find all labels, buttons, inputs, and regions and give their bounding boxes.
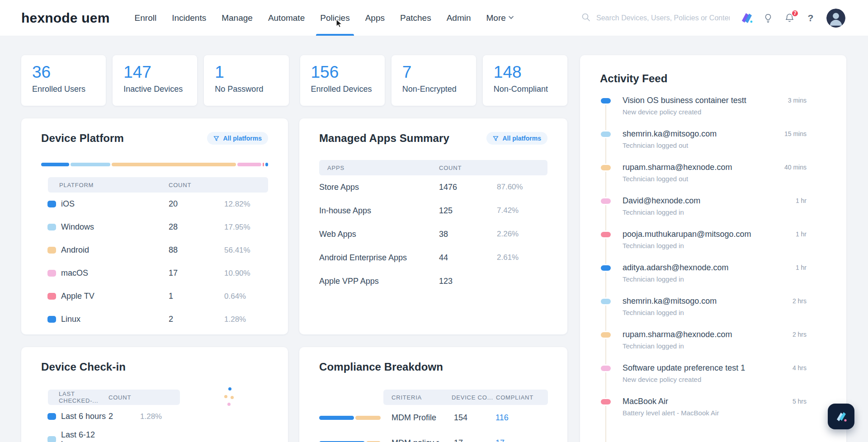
app-type: Web Apps — [319, 230, 439, 239]
feed-item: Software update preference test 1 New de… — [601, 363, 826, 383]
whats-new-button[interactable] — [759, 9, 777, 27]
table-header: APPS COUNT — [319, 160, 547, 175]
chart-dot — [227, 403, 231, 406]
compliance-bar — [319, 416, 381, 420]
compliant-count-link[interactable]: 17 — [495, 438, 505, 442]
checkin-count: 2 — [108, 412, 140, 421]
feed-item-subtitle: Technician logged out — [623, 141, 774, 149]
feed-item-time: 2 hrs — [793, 297, 826, 316]
feed-item-title: Vision OS business container testt — [623, 96, 778, 105]
nav-item-policies[interactable]: Policies — [312, 0, 357, 36]
platform-count: 28 — [169, 222, 224, 232]
table-row[interactable]: Android Enterprise Apps 44 2.61% — [319, 246, 547, 269]
table-row[interactable]: Windows 28 17.95% — [41, 216, 268, 239]
platform-name: Windows — [61, 222, 94, 232]
table-row[interactable]: In-house Apps 125 7.42% — [319, 199, 547, 222]
table-row[interactable]: Store Apps 1476 87.60% — [319, 175, 547, 199]
table-row[interactable]: Last 6 hours 2 1.28% — [41, 405, 268, 428]
criteria-name: MDM Profile — [392, 413, 454, 423]
stat-card-enrolled-users[interactable]: 36 Enrolled Users — [21, 55, 106, 106]
table-row[interactable]: Android 88 56.41% — [41, 239, 268, 262]
stat-card-no-password[interactable]: 1 No Password — [204, 55, 288, 106]
column-header: COUNT — [439, 165, 547, 171]
dashboard-content: 36 Enrolled Users 147 Inactive Devices 1… — [0, 36, 868, 442]
platform-filter-button[interactable]: All platforms — [207, 132, 268, 145]
stat-value: 36 — [32, 63, 95, 82]
stat-card-enrolled-devices[interactable]: 156 Enrolled Devices — [300, 55, 385, 106]
feed-item-time: 15 mins — [784, 130, 826, 149]
app-count: 38 — [439, 230, 497, 239]
nav-item-more[interactable]: More — [479, 0, 521, 36]
platform-color-chip — [47, 224, 56, 230]
bar-segment — [265, 163, 268, 166]
apps-table-body: Store Apps 1476 87.60% In-house Apps 125… — [319, 175, 547, 293]
table-row[interactable]: Last 6-12 h... — [41, 428, 268, 442]
feed-item-subtitle: Battery level alert - MacBook Air — [623, 409, 783, 417]
feed-color-pill — [601, 265, 611, 271]
feed-item-title: Software update preference test 1 — [623, 363, 783, 373]
compliant-count-link[interactable]: 116 — [495, 413, 509, 423]
feed-item-time: 2 hrs — [793, 331, 826, 350]
table-header: CRITERIA DEVICE CO... COMPLIANT — [383, 390, 548, 405]
table-header: LAST CHECKED-... COUNT — [48, 390, 180, 405]
nav-item-automate[interactable]: Automate — [260, 0, 312, 36]
table-row[interactable]: Linux 2 1.28% — [41, 308, 268, 331]
feed-item-time: 4 hrs — [793, 364, 826, 383]
table-row[interactable]: MDM Profile 154 116 — [319, 405, 547, 430]
feed-item-subtitle: New device policy created — [623, 108, 778, 116]
bar-segment — [319, 416, 354, 420]
main-column: 36 Enrolled Users 147 Inactive Devices 1… — [21, 36, 567, 442]
stat-card-non-compliant[interactable]: 148 Non-Compliant — [483, 55, 567, 106]
brand-apps-button[interactable] — [738, 9, 756, 27]
stats-row: 36 Enrolled Users 147 Inactive Devices 1… — [21, 55, 567, 106]
table-row[interactable]: macOS 17 10.90% — [41, 262, 268, 285]
app-percent: 7.42% — [497, 206, 547, 215]
nav-item-patches[interactable]: Patches — [392, 0, 439, 36]
nav-item-manage[interactable]: Manage — [214, 0, 260, 36]
platform-color-chip — [47, 201, 56, 207]
hexnode-logo[interactable]: hexnode uem — [21, 10, 110, 26]
user-avatar[interactable] — [826, 9, 845, 28]
search-input[interactable] — [595, 14, 731, 23]
table-row[interactable]: Apple TV 1 0.64% — [41, 285, 268, 308]
notifications-button[interactable]: 7 — [780, 9, 798, 27]
table-row[interactable]: Apple VPP Apps 123 — [319, 269, 547, 293]
bar-segment — [41, 163, 69, 166]
apps-filter-button[interactable]: All platforms — [486, 132, 547, 145]
nav-item-apps[interactable]: Apps — [358, 0, 392, 36]
table-row[interactable]: Web Apps 38 2.26% — [319, 222, 547, 246]
platform-name: Android — [61, 245, 89, 255]
feed-item-time: 1 hr — [796, 264, 826, 283]
feed-color-pill — [601, 366, 611, 371]
feed-color-pill — [601, 165, 611, 170]
column-header: DEVICE CO... — [452, 394, 496, 401]
feed-item-subtitle: Technician logged in — [623, 309, 783, 316]
stat-card-inactive-devices[interactable]: 147 Inactive Devices — [113, 55, 197, 106]
nav-item-admin[interactable]: Admin — [439, 0, 479, 36]
bar-segment — [112, 163, 236, 166]
feed-item-time: 1 hr — [796, 197, 826, 216]
checkin-color-chip — [47, 436, 56, 442]
nav-item-enroll[interactable]: Enroll — [127, 0, 165, 36]
column-header: COMPLIANT — [496, 394, 548, 401]
help-button[interactable]: ? — [802, 9, 820, 27]
nav-item-incidents[interactable]: Incidents — [164, 0, 214, 36]
feed-item-title: aditya.adarsh@hexnode.com — [623, 263, 786, 273]
app-type: Store Apps — [319, 183, 439, 192]
platform-percent: 10.90% — [224, 269, 268, 278]
filter-label: All platforms — [502, 135, 541, 142]
table-row[interactable]: iOS 20 12.82% — [41, 193, 268, 216]
table-row[interactable]: MDM policy r... 17 17 — [319, 430, 547, 442]
activity-feed-title: Activity Feed — [600, 72, 826, 85]
app-percent: 2.61% — [497, 253, 547, 262]
top-navbar: hexnode uem Enroll Incidents Manage Auto… — [0, 0, 868, 36]
device-count: 17 — [454, 438, 495, 442]
stat-card-non-encrypted[interactable]: 7 Non-Encrypted — [392, 55, 476, 106]
notification-badge: 7 — [791, 9, 799, 17]
stat-label: No Password — [215, 85, 278, 94]
feed-color-pill — [601, 132, 611, 137]
hexnode-logo-icon — [834, 409, 849, 424]
hexnode-fab-button[interactable] — [828, 404, 854, 429]
compliance-breakdown-card: Compliance Breakdown CRITERIA DEVICE CO.… — [299, 347, 567, 442]
bar-segment — [237, 163, 261, 166]
